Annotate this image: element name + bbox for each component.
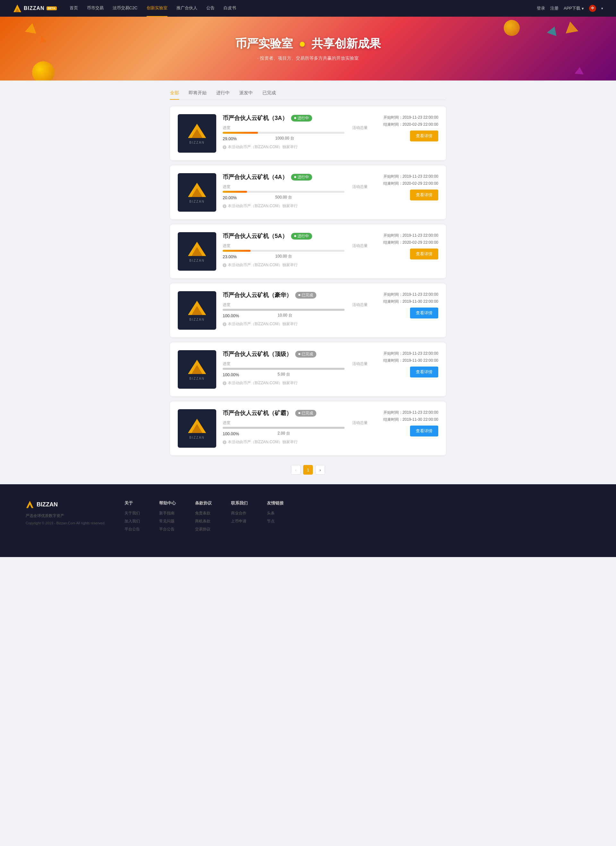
footer-link-business[interactable]: 商机条款 xyxy=(195,518,212,524)
footer-tagline: 严选全球优质数字资产 xyxy=(26,513,105,518)
progress-bar xyxy=(223,309,345,311)
card-logo-svg xyxy=(187,359,207,375)
amount-label: 活动总量 xyxy=(352,361,368,367)
total-amount: 2.00 台 xyxy=(278,431,290,436)
footer-copyright: Copyright © 2019 - Bizzan.Com All rights… xyxy=(26,521,105,525)
start-time: 开始时间：2019-11-23 22:00:00 xyxy=(384,409,438,416)
nav-lab[interactable]: 创新实验室 xyxy=(147,0,168,17)
end-time: 结束时间：2019-11-30 22:00:00 xyxy=(384,298,438,305)
footer-logo-text: BIZZAN xyxy=(37,501,58,508)
nav-whitepaper[interactable]: 白皮书 xyxy=(223,0,236,17)
card-title-row: 币严合伙人云矿机（5A） 进行中 xyxy=(223,232,368,240)
progress-label: 进度 xyxy=(223,125,230,131)
activity-card: BIZZAN 币严合伙人云矿机（3A） 进行中 进度 活动总量 xyxy=(170,106,446,160)
footer-link-node[interactable]: 节点 xyxy=(267,518,284,524)
progress-labels: 进度 活动总量 xyxy=(223,420,368,426)
progress-label: 进度 xyxy=(223,243,230,248)
card-logo-name: BIZZAN xyxy=(189,377,205,380)
app-download-button[interactable]: APP下载 ▾ xyxy=(564,6,584,11)
login-button[interactable]: 登录 xyxy=(537,6,545,11)
progress-labels: 进度 活动总量 xyxy=(223,243,368,248)
progress-section: 进度 活动总量 20.00% 500.00 台 xyxy=(223,184,368,200)
footer-link-beginner[interactable]: 新手指南 xyxy=(159,511,176,516)
logo[interactable]: BIZZAN BETA xyxy=(13,4,57,13)
tab-ongoing[interactable]: 进行中 xyxy=(216,90,230,100)
card-title: 币严合伙人云矿机（矿霸） xyxy=(223,409,292,417)
page-1[interactable]: 1 xyxy=(303,465,313,474)
language-selector[interactable]: 中 xyxy=(589,5,596,12)
progress-percent: 20.00% xyxy=(223,195,237,200)
deco-triangle-5 xyxy=(575,67,584,74)
card-body: 币严合伙人云矿机（4A） 进行中 进度 活动总量 xyxy=(223,173,368,209)
card-logo-svg xyxy=(187,300,207,316)
start-time: 开始时间：2019-11-23 22:00:00 xyxy=(384,232,438,239)
info-icon: i xyxy=(223,145,226,149)
navbar: BIZZAN BETA 首页 币市交易 法币交易C2C 创新实验室 推广合伙人 … xyxy=(0,0,616,17)
nav-c2c[interactable]: 法币交易C2C xyxy=(113,0,138,17)
progress-bar xyxy=(223,250,345,252)
nav-market[interactable]: 币市交易 xyxy=(87,0,104,17)
activity-card: BIZZAN 币严合伙人云矿机（豪华） 已完成 进度 活动总量 xyxy=(170,283,446,337)
footer-col-links: 友情链接 头条 节点 xyxy=(267,500,284,535)
hero-banner: 币严实验室 ● 共享创新成果 · 投资者、项目方、交易所等多方共赢的开放实验室 xyxy=(0,17,616,81)
tab-upcoming[interactable]: 即将开始 xyxy=(189,90,207,100)
end-time: 结束时间：2020-02-29 22:00:00 xyxy=(384,239,438,246)
card-dates: 开始时间：2019-11-23 22:00:00 结束时间：2019-11-30… xyxy=(384,291,438,305)
footer-col-about-heading: 关于 xyxy=(125,500,140,506)
footer-link-listing[interactable]: 上币申请 xyxy=(231,518,248,524)
start-time: 开始时间：2019-11-23 22:00:00 xyxy=(384,350,438,357)
footer-logo: BIZZAN xyxy=(26,500,105,509)
card-logo: BIZZAN xyxy=(178,350,216,389)
view-detail-button[interactable]: 查看详情 xyxy=(410,248,438,260)
page-next[interactable]: › xyxy=(315,465,325,474)
footer-link-announcements[interactable]: 平台公告 xyxy=(125,527,140,532)
chevron-down-icon: ▾ xyxy=(601,6,603,10)
tab-completed[interactable]: 已完成 xyxy=(262,90,276,100)
card-logo-svg xyxy=(187,418,207,434)
deco-coin-2 xyxy=(504,20,520,36)
progress-labels: 进度 活动总量 xyxy=(223,302,368,307)
progress-fill xyxy=(223,132,258,134)
footer-col-contact-heading: 联系我们 xyxy=(231,500,248,506)
tab-all[interactable]: 全部 xyxy=(170,90,179,100)
main-content: 全部 即将开始 进行中 派发中 已完成 BIZZAN 币严合伙人云矿机（3A） … xyxy=(164,90,452,474)
nav-home[interactable]: 首页 xyxy=(70,0,78,17)
amount-label: 活动总量 xyxy=(352,243,368,248)
progress-bar xyxy=(223,427,345,429)
nav-partner[interactable]: 推广合伙人 xyxy=(176,0,197,17)
view-detail-button[interactable]: 查看详情 xyxy=(410,131,438,141)
footer-link-join-us[interactable]: 加入我们 xyxy=(125,518,140,524)
footer-link-about-us[interactable]: 关于我们 xyxy=(125,511,140,516)
card-logo: BIZZAN xyxy=(178,173,216,212)
view-detail-button[interactable]: 查看详情 xyxy=(410,307,438,319)
progress-labels: 进度 活动总量 xyxy=(223,361,368,367)
view-detail-button[interactable]: 查看详情 xyxy=(410,367,438,377)
footer-link-platform[interactable]: 平台公告 xyxy=(159,527,176,532)
card-title: 币严合伙人云矿机（3A） xyxy=(223,114,288,122)
register-button[interactable]: 注册 xyxy=(550,6,559,11)
footer-col-contact: 联系我们 商业合作 上币申请 xyxy=(231,500,248,535)
start-time: 开始时间：2019-11-23 22:00:00 xyxy=(384,114,438,121)
status-badge: 进行中 xyxy=(291,174,312,181)
card-dates: 开始时间：2019-11-23 22:00:00 结束时间：2019-11-30… xyxy=(384,350,438,364)
nav-right: 登录 注册 APP下载 ▾ 中 ▾ xyxy=(537,5,603,12)
hero-title: 币严实验室 ● 共享创新成果 xyxy=(13,36,603,51)
footer-link-biz-coop[interactable]: 商业合作 xyxy=(231,511,248,516)
view-detail-button[interactable]: 查看详情 xyxy=(410,426,438,436)
progress-section: 进度 活动总量 29.00% 1000.00 台 xyxy=(223,125,368,141)
footer-link-toutiao[interactable]: 头条 xyxy=(267,511,284,516)
footer-link-disclaimer[interactable]: 免责条款 xyxy=(195,511,212,516)
footer-link-faq[interactable]: 常见问题 xyxy=(159,518,176,524)
card-title: 币严合伙人云矿机（4A） xyxy=(223,173,288,181)
nav-announcement[interactable]: 公告 xyxy=(206,0,215,17)
status-badge: 进行中 xyxy=(291,233,312,239)
info-icon: i xyxy=(223,263,226,267)
page-prev[interactable]: ‹ xyxy=(291,465,301,474)
logo-text: BIZZAN xyxy=(24,6,45,11)
view-detail-button[interactable]: 查看详情 xyxy=(410,189,438,200)
card-right: 开始时间：2019-11-23 22:00:00 结束时间：2020-02-29… xyxy=(374,114,438,141)
amount-label: 活动总量 xyxy=(352,302,368,307)
progress-fill xyxy=(223,309,345,311)
tab-distributing[interactable]: 派发中 xyxy=(239,90,253,100)
footer-link-trade[interactable]: 交易协议 xyxy=(195,527,212,532)
